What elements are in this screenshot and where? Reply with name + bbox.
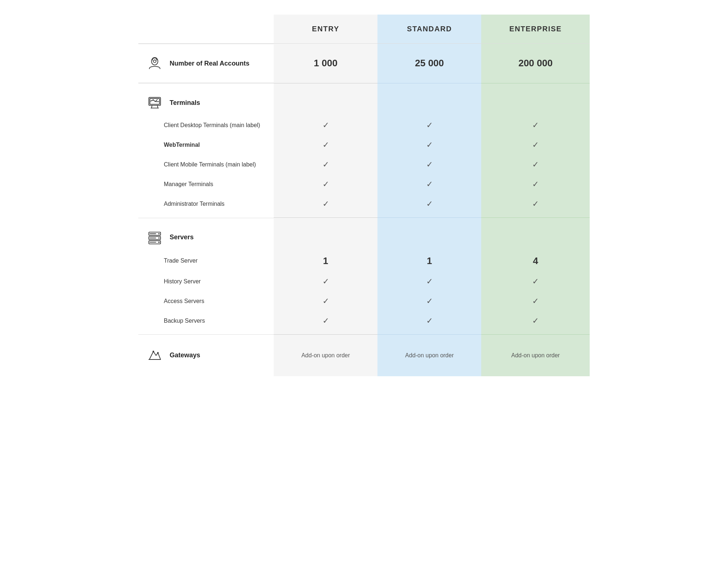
section-header-servers: Servers <box>138 218 590 250</box>
feature-row-terminals-0: Client Desktop Terminals (main label) ✓ … <box>138 115 590 135</box>
svg-point-10 <box>153 350 154 352</box>
feature-enterprise-servers-1: ✓ <box>481 272 590 291</box>
feature-enterprise-terminals-2: ✓ <box>481 155 590 174</box>
check-entry-terminals-4: ✓ <box>323 199 329 209</box>
feature-label-terminals-0: Client Desktop Terminals (main label) <box>138 115 274 135</box>
feature-label-servers-0: Trade Server <box>138 250 274 272</box>
svg-point-9 <box>158 241 160 243</box>
feature-label-terminals-2: Client Mobile Terminals (main label) <box>138 155 274 174</box>
check-entry-terminals-0: ✓ <box>323 121 329 130</box>
servers-standard-header <box>377 218 481 250</box>
feature-row-servers-0: Trade Server 1 1 4 <box>138 250 590 272</box>
feature-label-terminals-1: WebTerminal <box>138 135 274 155</box>
feature-label-terminals-3: Manager Terminals <box>138 174 274 194</box>
check-enterprise-terminals-1: ✓ <box>532 140 539 150</box>
feature-standard-servers-3: ✓ <box>377 311 481 335</box>
feature-row-terminals-4: Administrator Terminals ✓ ✓ ✓ <box>138 194 590 218</box>
servers-enterprise-header <box>481 218 590 250</box>
header-row: ENTRY STANDARD ENTERPRISE <box>138 15 590 44</box>
gateways-label: Gateways <box>170 351 200 359</box>
feature-label-servers-2: Access Servers <box>138 291 274 311</box>
feature-standard-terminals-2: ✓ <box>377 155 481 174</box>
real-accounts-enterprise-value: 200 000 <box>481 44 590 83</box>
svg-point-1 <box>153 60 156 62</box>
feature-label-servers-1: History Server <box>138 272 274 291</box>
section-row-real-accounts: Number of Real Accounts 1 000 25 000 200… <box>138 44 590 83</box>
feature-enterprise-servers-0: 4 <box>481 250 590 272</box>
feature-entry-terminals-1: ✓ <box>274 135 377 155</box>
check-entry-terminals-3: ✓ <box>323 180 329 189</box>
real-accounts-label-cell: Number of Real Accounts <box>138 44 274 83</box>
svg-point-11 <box>157 352 159 353</box>
terminals-enterprise-header <box>481 83 590 115</box>
feature-enterprise-servers-2: ✓ <box>481 291 590 311</box>
terminals-label: Terminals <box>170 99 200 107</box>
check-enterprise-terminals-0: ✓ <box>532 121 539 130</box>
header-entry: ENTRY <box>274 15 377 44</box>
check-standard-terminals-2: ✓ <box>426 160 433 169</box>
num-entry-servers-0: 1 <box>323 255 328 266</box>
check-enterprise-terminals-2: ✓ <box>532 160 539 169</box>
comparison-table: ENTRY STANDARD ENTERPRISE Number of Real… <box>138 15 590 376</box>
check-standard-servers-1: ✓ <box>426 277 433 286</box>
terminals-label-cell: Terminals <box>138 83 274 115</box>
check-entry-servers-1: ✓ <box>323 277 329 286</box>
feature-enterprise-terminals-1: ✓ <box>481 135 590 155</box>
check-entry-servers-2: ✓ <box>323 296 329 306</box>
feature-row-terminals-1: WebTerminal ✓ ✓ ✓ <box>138 135 590 155</box>
real-accounts-icon <box>146 54 164 72</box>
servers-label-cell: Servers <box>138 218 274 250</box>
terminals-entry-header <box>274 83 377 115</box>
feature-row-terminals-3: Manager Terminals ✓ ✓ ✓ <box>138 174 590 194</box>
check-standard-terminals-4: ✓ <box>426 199 433 209</box>
check-standard-servers-2: ✓ <box>426 296 433 306</box>
terminals-icon <box>146 94 164 112</box>
check-enterprise-servers-2: ✓ <box>532 296 539 306</box>
feature-entry-terminals-2: ✓ <box>274 155 377 174</box>
gateways-label-cell: Gateways <box>138 334 274 376</box>
feature-enterprise-servers-3: ✓ <box>481 311 590 335</box>
check-entry-terminals-2: ✓ <box>323 160 329 169</box>
feature-standard-servers-1: ✓ <box>377 272 481 291</box>
check-standard-terminals-0: ✓ <box>426 121 433 130</box>
feature-enterprise-terminals-4: ✓ <box>481 194 590 218</box>
header-enterprise: ENTERPRISE <box>481 15 590 44</box>
check-enterprise-servers-3: ✓ <box>532 316 539 326</box>
check-standard-terminals-1: ✓ <box>426 140 433 150</box>
feature-standard-terminals-1: ✓ <box>377 135 481 155</box>
check-standard-terminals-3: ✓ <box>426 180 433 189</box>
feature-row-servers-3: Backup Servers ✓ ✓ ✓ <box>138 311 590 335</box>
svg-point-7 <box>158 237 160 239</box>
terminals-standard-header <box>377 83 481 115</box>
gateways-icon <box>146 346 164 365</box>
real-accounts-label: Number of Real Accounts <box>170 60 249 67</box>
check-entry-servers-3: ✓ <box>323 316 329 326</box>
feature-standard-terminals-0: ✓ <box>377 115 481 135</box>
feature-entry-terminals-4: ✓ <box>274 194 377 218</box>
gateways-entry-value: Add-on upon order <box>274 334 377 376</box>
feature-entry-servers-2: ✓ <box>274 291 377 311</box>
feature-standard-servers-0: 1 <box>377 250 481 272</box>
check-entry-terminals-1: ✓ <box>323 140 329 150</box>
real-accounts-standard-value: 25 000 <box>377 44 481 83</box>
gateways-standard-value: Add-on upon order <box>377 334 481 376</box>
feature-label-terminals-4: Administrator Terminals <box>138 194 274 218</box>
feature-enterprise-terminals-3: ✓ <box>481 174 590 194</box>
addon-row-gateways: Gateways Add-on upon order Add-on upon o… <box>138 334 590 376</box>
feature-label-servers-3: Backup Servers <box>138 311 274 335</box>
feature-entry-servers-3: ✓ <box>274 311 377 335</box>
feature-standard-servers-2: ✓ <box>377 291 481 311</box>
num-standard-servers-0: 1 <box>427 255 432 266</box>
feature-entry-terminals-0: ✓ <box>274 115 377 135</box>
real-accounts-entry-value: 1 000 <box>274 44 377 83</box>
feature-row-terminals-2: Client Mobile Terminals (main label) ✓ ✓… <box>138 155 590 174</box>
feature-entry-terminals-3: ✓ <box>274 174 377 194</box>
check-enterprise-servers-1: ✓ <box>532 277 539 286</box>
servers-icon <box>146 228 164 247</box>
feature-row-servers-1: History Server ✓ ✓ ✓ <box>138 272 590 291</box>
feature-standard-terminals-4: ✓ <box>377 194 481 218</box>
svg-point-6 <box>158 233 160 234</box>
feature-entry-servers-0: 1 <box>274 250 377 272</box>
header-standard: STANDARD <box>377 15 481 44</box>
gateways-enterprise-value: Add-on upon order <box>481 334 590 376</box>
